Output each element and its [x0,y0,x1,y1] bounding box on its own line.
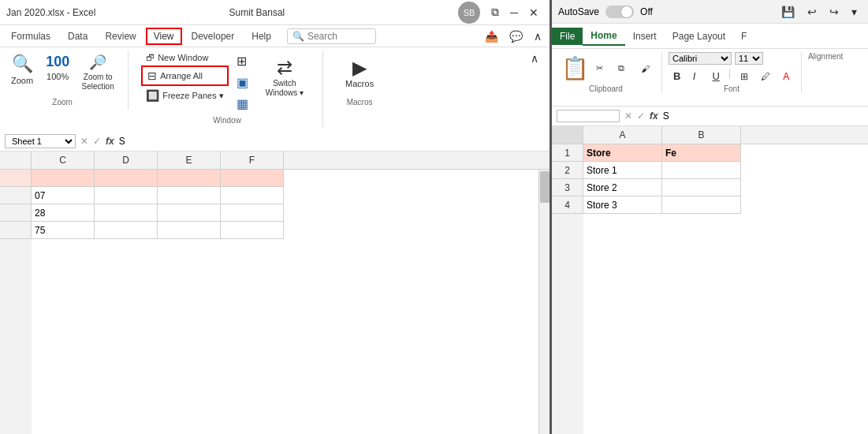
tab-developer[interactable]: Developer [184,28,243,45]
paste-btn[interactable]: 📋 [557,52,588,84]
cell-f3[interactable] [221,204,284,222]
right-tab-file[interactable]: File [552,28,583,45]
cell-c2[interactable]: 07 [32,187,95,204]
tab-review[interactable]: Review [97,28,143,45]
tab-view[interactable]: View [146,28,182,45]
formula-cancel-icon[interactable]: ✕ [80,136,88,147]
cell-f2[interactable] [221,187,284,204]
clipboard-label: Clipboard [557,84,655,93]
tab-data[interactable]: Data [60,28,95,45]
scroll-thumb[interactable] [540,171,549,203]
font-formatting: B I U | ⊞ 🖊 A [669,68,795,84]
redo-btn[interactable]: ↪ [825,4,844,20]
borders-btn[interactable]: ⊞ [736,68,753,84]
search-box[interactable]: 🔍 [287,28,376,44]
cell-c4[interactable]: 75 [32,222,95,239]
zoom-selection-label: Zoom toSelection [82,73,114,92]
hide-btn[interactable]: ▣ [233,73,251,92]
hide-icon: ▣ [237,75,248,90]
font-size-select[interactable]: 11 [735,52,763,65]
formula-confirm-icon[interactable]: ✓ [93,136,101,147]
copy-btn[interactable]: ⧉ [613,52,632,84]
autosave-toggle[interactable] [605,6,634,18]
row-num-2 [0,187,32,204]
cell-f1[interactable] [221,170,284,187]
zoom-100-btn[interactable]: 100 100% [41,51,74,84]
collapse-ribbon-btn[interactable]: ∧ [526,51,543,66]
cell-d3[interactable] [95,204,158,222]
right-row-1: 1 [552,144,583,162]
tab-help[interactable]: Help [244,28,279,45]
bold-btn[interactable]: B [669,68,685,84]
cell-e1[interactable] [158,170,221,187]
right-cell-a1[interactable]: Store [583,144,662,162]
zoom-btn[interactable]: 🔍 Zoom [6,51,38,88]
zoom-selection-btn[interactable]: 🔎 Zoom toSelection [77,51,118,95]
cell-d2[interactable] [95,187,158,204]
table-row: 75 [32,222,538,239]
italic-btn[interactable]: I [688,68,705,84]
switch-windows-btn[interactable]: ⇄ SwitchWindows ▾ [261,54,308,101]
fill-color-btn[interactable]: 🖊 [756,68,775,84]
cell-c1[interactable] [32,170,95,187]
cell-e4[interactable] [158,222,221,239]
freeze-panes-btn[interactable]: 🔲 Freeze Panes ▾ [141,87,229,104]
ribbon-group-macros: ▶ Macros Macros [336,51,393,110]
cut-btn[interactable]: ✂ [591,52,610,84]
column-headers: C D E F [0,152,549,170]
user-avatar: SB [458,2,480,24]
save-btn[interactable]: 💾 [777,4,799,20]
search-input[interactable] [307,31,371,42]
macros-btn[interactable]: ▶ Macros [341,54,378,92]
ribbon-collapse-btn[interactable]: ∧ [529,28,546,44]
right-cell-a3[interactable]: Store 2 [583,179,662,196]
right-cell-b3[interactable] [662,179,741,196]
right-cell-a4[interactable]: Store 3 [583,196,662,214]
new-window-btn[interactable]: 🗗 New Window [141,51,229,65]
font-name-select[interactable]: Calibri [669,52,732,65]
row-num-blank [0,170,32,187]
font-divider: | [728,68,731,84]
font-color-btn[interactable]: A [778,68,795,84]
name-box[interactable]: Sheet 1 [5,134,76,148]
close-btn[interactable]: ✕ [524,4,543,21]
right-ribbon-tab-bar: File Home Insert Page Layout F [552,24,868,49]
window-mid-col: ⊞ ▣ ▦ [233,51,251,113]
right-tab-insert[interactable]: Insert [625,28,665,45]
formula-bar: Sheet 1 ✕ ✓ fx S [0,131,549,152]
right-formula-confirm[interactable]: ✓ [637,110,645,122]
vertical-scrollbar[interactable] [538,170,549,434]
right-formula-cancel[interactable]: ✕ [624,110,632,122]
right-cell-b1[interactable]: Fe [662,144,741,162]
formula-fx-icon[interactable]: fx [106,136,114,147]
format-painter-btn[interactable]: 🖌 [636,52,655,84]
split-btn[interactable]: ⊞ [233,52,251,70]
right-cell-b4[interactable] [662,196,741,214]
cell-e2[interactable] [158,187,221,204]
table-row: 07 [32,187,538,204]
cell-c3[interactable]: 28 [32,204,95,222]
underline-btn[interactable]: U [707,68,724,84]
restore-window-btn[interactable]: ⧉ [486,4,504,21]
undo-btn[interactable]: ↩ [803,4,821,20]
cell-d4[interactable] [95,222,158,239]
cell-f4[interactable] [221,222,284,239]
tab-formulas[interactable]: Formulas [3,28,58,45]
right-tab-pagelayout[interactable]: Page Layout [665,28,733,45]
right-cell-b2[interactable] [662,162,741,179]
comment-btn[interactable]: 💬 [505,28,527,44]
cell-e3[interactable] [158,204,221,222]
cell-d1[interactable] [95,170,158,187]
customize-btn[interactable]: ▾ [847,4,862,20]
right-cell-a2[interactable]: Store 1 [583,162,662,179]
minimize-btn[interactable]: ─ [505,4,523,21]
right-tab-home[interactable]: Home [583,27,624,46]
right-column-headers: A B [552,126,868,144]
share-btn[interactable]: 📤 [480,28,503,44]
arrange-all-btn[interactable]: ⊟ Arrange All [141,65,229,86]
unhide-btn[interactable]: ▦ [233,95,251,113]
right-tab-f[interactable]: F [733,28,754,45]
zoom-icon: 🔍 [12,54,33,74]
right-formula-fx[interactable]: fx [650,110,658,122]
right-name-box[interactable] [557,110,620,122]
